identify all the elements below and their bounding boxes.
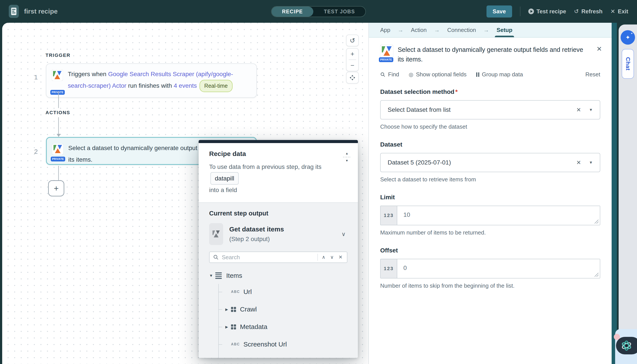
recipe-data-popup: Recipe data ▲·····▼ To use data from a p… bbox=[198, 140, 358, 358]
show-optional-fields-button[interactable]: ◎ Show optional fields bbox=[409, 71, 466, 78]
resize-handle[interactable] bbox=[594, 273, 598, 277]
search-clear-button[interactable]: ✕ bbox=[338, 254, 344, 260]
close-icon[interactable]: ✕ bbox=[596, 45, 602, 53]
step-1-number: 1 bbox=[34, 74, 38, 81]
limit-input-group: 123 10 bbox=[380, 206, 600, 225]
popup-body: Current step output Get dataset items (S… bbox=[198, 202, 358, 358]
plus-icon: + bbox=[54, 184, 58, 193]
reset-button[interactable]: Reset bbox=[586, 71, 600, 78]
caret-right-icon[interactable]: ▶ bbox=[225, 325, 231, 329]
find-label: Find bbox=[388, 71, 399, 78]
breadcrumb-connection[interactable]: Connection bbox=[447, 23, 476, 37]
private-badge: PRIVATE bbox=[379, 57, 393, 62]
search-icon bbox=[213, 254, 219, 260]
offset-input-group: 123 0 bbox=[380, 259, 600, 278]
tree-item-screenshot-url[interactable]: ABC Screenshot Url bbox=[209, 336, 348, 353]
save-button[interactable]: Save bbox=[486, 6, 512, 18]
dataset-select[interactable]: Dataset 5 (2025-07-01) ✕ ▼ bbox=[380, 153, 600, 172]
tree-item-text[interactable]: ABC Text bbox=[209, 353, 348, 358]
recipe-logo-icon bbox=[9, 5, 19, 18]
resize-handle[interactable] bbox=[594, 220, 598, 224]
offset-input[interactable]: 0 bbox=[397, 259, 600, 278]
tree-item-crawl[interactable]: ▶ Crawl bbox=[209, 300, 348, 318]
field-dataset-selection-method: Dataset selection method* Select Dataset… bbox=[380, 88, 600, 130]
tab-recipe[interactable]: RECIPE bbox=[272, 6, 313, 16]
reset-view-button[interactable]: ↺ bbox=[346, 35, 358, 46]
field-help: Select a dataset to retrieve items from bbox=[380, 176, 600, 183]
popup-drag-bar[interactable] bbox=[198, 140, 358, 143]
group-map-label: Group map data bbox=[482, 71, 523, 78]
find-button[interactable]: Find bbox=[380, 71, 399, 78]
search-next-button[interactable]: ∨ bbox=[329, 254, 334, 260]
popup-title: Recipe data bbox=[209, 150, 348, 158]
breadcrumb-action[interactable]: Action bbox=[411, 23, 426, 37]
chevron-down-icon[interactable]: ∨ bbox=[342, 231, 346, 238]
assistant-pill-button[interactable] bbox=[616, 337, 637, 354]
breadcrumb-setup[interactable]: Setup bbox=[496, 23, 512, 37]
step-config-panel: App → Action → Connection → Setup PRIVAT… bbox=[369, 23, 612, 364]
pan-fit-button[interactable] bbox=[346, 72, 358, 83]
atom-icon bbox=[620, 339, 633, 352]
breadcrumb-app[interactable]: App bbox=[380, 23, 390, 37]
field-label: Limit bbox=[380, 194, 600, 201]
search-input[interactable] bbox=[222, 254, 314, 261]
group-map-data-button[interactable]: Group map data bbox=[476, 71, 523, 78]
exit-button[interactable]: ✕ Exit bbox=[610, 8, 628, 15]
search-prev-button[interactable]: ∧ bbox=[321, 254, 326, 260]
search-divider bbox=[318, 254, 318, 261]
limit-input[interactable]: 10 bbox=[397, 206, 600, 225]
tree-item-items[interactable]: ▼ Items bbox=[209, 268, 348, 283]
step-output-texts: Get dataset items (Step 2 output) bbox=[229, 226, 342, 242]
exit-label: Exit bbox=[618, 8, 628, 15]
dataset-selection-method-select[interactable]: Select Dataset from list ✕ ▼ bbox=[380, 100, 600, 120]
datapill-search: ∧ ∨ ✕ bbox=[209, 252, 348, 263]
panel-toolbar: Find ◎ Show optional fields Group map da… bbox=[369, 68, 612, 84]
reset-view-control: ↺ bbox=[346, 34, 359, 46]
ai-assistant-button[interactable]: ✦ ✦ bbox=[620, 30, 635, 44]
show-optional-label: Show optional fields bbox=[416, 71, 466, 78]
tree-item-url[interactable]: ABC Url bbox=[209, 283, 348, 300]
tree-item-metadata[interactable]: ▶ Metadata bbox=[209, 318, 348, 336]
number-type-icon: 123 bbox=[380, 259, 397, 278]
clear-icon[interactable]: ✕ bbox=[576, 159, 581, 166]
test-recipe-button[interactable]: Test recipe bbox=[528, 8, 566, 15]
trigger-step-card[interactable]: PRIVATE Triggers when Google Search Resu… bbox=[46, 64, 257, 98]
add-step-button[interactable]: + bbox=[48, 180, 64, 196]
list-icon bbox=[215, 272, 222, 279]
datapill-tree: ▼ Items ABC Url ▶ Crawl bbox=[209, 268, 348, 358]
panel-scrollbar[interactable] bbox=[612, 23, 617, 364]
apify-app-icon: PRIVATE bbox=[380, 44, 392, 60]
zoom-out-button[interactable]: − bbox=[346, 60, 358, 71]
drag-handle-icon[interactable]: ▲·····▼ bbox=[343, 152, 351, 162]
chat-tab-button[interactable]: Chat bbox=[622, 49, 634, 79]
popup-description: To use data from a previous step, drag i… bbox=[209, 162, 348, 195]
config-form: Dataset selection method* Select Dataset… bbox=[369, 84, 612, 304]
search-icon bbox=[380, 72, 386, 77]
step-output-name: Get dataset items bbox=[229, 226, 342, 233]
caret-right-icon[interactable]: ▶ bbox=[225, 307, 231, 312]
connector-line bbox=[58, 92, 59, 108]
dropdown-caret-icon[interactable]: ▼ bbox=[589, 160, 593, 165]
trigger-step-text: Triggers when Google Search Results Scra… bbox=[68, 68, 250, 92]
tree-item-label: Metadata bbox=[240, 323, 267, 330]
step-output-row[interactable]: Get dataset items (Step 2 output) ∨ bbox=[209, 223, 348, 245]
dropdown-caret-icon[interactable]: ▼ bbox=[589, 108, 593, 112]
refresh-label: Refresh bbox=[582, 8, 603, 15]
object-type-icon bbox=[231, 307, 236, 312]
reset-label: Reset bbox=[586, 71, 600, 78]
zoom-in-button[interactable]: + bbox=[346, 48, 358, 60]
clear-icon[interactable]: ✕ bbox=[576, 106, 581, 113]
topbar-divider bbox=[520, 6, 520, 16]
events-link[interactable]: 4 events bbox=[174, 82, 197, 89]
exit-icon: ✕ bbox=[610, 8, 615, 15]
connector-arrowhead bbox=[57, 134, 60, 137]
refresh-button[interactable]: ↺ Refresh bbox=[574, 8, 603, 15]
recipe-title: first recipe bbox=[24, 8, 58, 15]
private-badge: PRIVATE bbox=[51, 156, 65, 162]
arrow-icon: → bbox=[434, 27, 440, 34]
caret-down-icon[interactable]: ▼ bbox=[209, 274, 215, 278]
right-sidebar: ✦ ✦ Chat bbox=[618, 24, 637, 364]
abc-type-icon: ABC bbox=[231, 342, 240, 346]
select-value: Dataset 5 (2025-07-01) bbox=[388, 159, 576, 166]
tab-test-jobs[interactable]: TEST JOBS bbox=[314, 6, 366, 16]
